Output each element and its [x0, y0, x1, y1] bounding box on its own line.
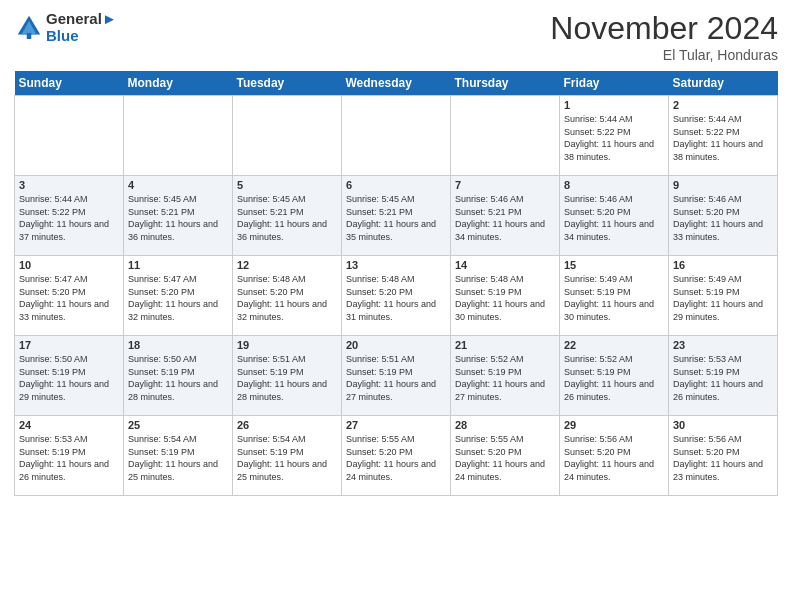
day-info: Sunrise: 5:48 AM Sunset: 5:19 PM Dayligh… [455, 273, 555, 323]
day-number: 20 [346, 339, 446, 351]
table-row: 3Sunrise: 5:44 AM Sunset: 5:22 PM Daylig… [15, 176, 124, 256]
table-row: 2Sunrise: 5:44 AM Sunset: 5:22 PM Daylig… [669, 96, 778, 176]
calendar-header: Sunday Monday Tuesday Wednesday Thursday… [15, 71, 778, 96]
table-row: 13Sunrise: 5:48 AM Sunset: 5:20 PM Dayli… [342, 256, 451, 336]
col-monday: Monday [124, 71, 233, 96]
day-info: Sunrise: 5:50 AM Sunset: 5:19 PM Dayligh… [19, 353, 119, 403]
col-sunday: Sunday [15, 71, 124, 96]
day-number: 19 [237, 339, 337, 351]
day-info: Sunrise: 5:53 AM Sunset: 5:19 PM Dayligh… [19, 433, 119, 483]
col-tuesday: Tuesday [233, 71, 342, 96]
logo-icon [14, 12, 44, 42]
table-row: 9Sunrise: 5:46 AM Sunset: 5:20 PM Daylig… [669, 176, 778, 256]
day-number: 11 [128, 259, 228, 271]
day-number: 2 [673, 99, 773, 111]
table-row: 22Sunrise: 5:52 AM Sunset: 5:19 PM Dayli… [560, 336, 669, 416]
day-number: 17 [19, 339, 119, 351]
calendar-table: Sunday Monday Tuesday Wednesday Thursday… [14, 71, 778, 496]
table-row: 18Sunrise: 5:50 AM Sunset: 5:19 PM Dayli… [124, 336, 233, 416]
table-row: 21Sunrise: 5:52 AM Sunset: 5:19 PM Dayli… [451, 336, 560, 416]
day-info: Sunrise: 5:49 AM Sunset: 5:19 PM Dayligh… [564, 273, 664, 323]
day-number: 23 [673, 339, 773, 351]
day-info: Sunrise: 5:50 AM Sunset: 5:19 PM Dayligh… [128, 353, 228, 403]
table-row: 15Sunrise: 5:49 AM Sunset: 5:19 PM Dayli… [560, 256, 669, 336]
day-number: 22 [564, 339, 664, 351]
day-number: 18 [128, 339, 228, 351]
day-number: 16 [673, 259, 773, 271]
table-row [15, 96, 124, 176]
day-info: Sunrise: 5:54 AM Sunset: 5:19 PM Dayligh… [237, 433, 337, 483]
table-row: 6Sunrise: 5:45 AM Sunset: 5:21 PM Daylig… [342, 176, 451, 256]
table-row [451, 96, 560, 176]
month-title: November 2024 [550, 10, 778, 47]
day-info: Sunrise: 5:52 AM Sunset: 5:19 PM Dayligh… [455, 353, 555, 403]
table-row: 17Sunrise: 5:50 AM Sunset: 5:19 PM Dayli… [15, 336, 124, 416]
day-info: Sunrise: 5:51 AM Sunset: 5:19 PM Dayligh… [346, 353, 446, 403]
day-info: Sunrise: 5:47 AM Sunset: 5:20 PM Dayligh… [128, 273, 228, 323]
logo-text: General► Blue [46, 10, 117, 44]
day-info: Sunrise: 5:46 AM Sunset: 5:20 PM Dayligh… [564, 193, 664, 243]
table-row [342, 96, 451, 176]
day-number: 4 [128, 179, 228, 191]
svg-rect-2 [27, 33, 32, 39]
day-info: Sunrise: 5:45 AM Sunset: 5:21 PM Dayligh… [237, 193, 337, 243]
day-number: 1 [564, 99, 664, 111]
col-wednesday: Wednesday [342, 71, 451, 96]
logo: General► Blue [14, 10, 117, 44]
table-row: 1Sunrise: 5:44 AM Sunset: 5:22 PM Daylig… [560, 96, 669, 176]
day-number: 24 [19, 419, 119, 431]
table-row: 11Sunrise: 5:47 AM Sunset: 5:20 PM Dayli… [124, 256, 233, 336]
table-row: 23Sunrise: 5:53 AM Sunset: 5:19 PM Dayli… [669, 336, 778, 416]
table-row: 16Sunrise: 5:49 AM Sunset: 5:19 PM Dayli… [669, 256, 778, 336]
day-info: Sunrise: 5:51 AM Sunset: 5:19 PM Dayligh… [237, 353, 337, 403]
day-info: Sunrise: 5:47 AM Sunset: 5:20 PM Dayligh… [19, 273, 119, 323]
day-number: 26 [237, 419, 337, 431]
day-info: Sunrise: 5:44 AM Sunset: 5:22 PM Dayligh… [564, 113, 664, 163]
col-thursday: Thursday [451, 71, 560, 96]
table-row: 19Sunrise: 5:51 AM Sunset: 5:19 PM Dayli… [233, 336, 342, 416]
table-row: 12Sunrise: 5:48 AM Sunset: 5:20 PM Dayli… [233, 256, 342, 336]
day-info: Sunrise: 5:52 AM Sunset: 5:19 PM Dayligh… [564, 353, 664, 403]
table-row: 10Sunrise: 5:47 AM Sunset: 5:20 PM Dayli… [15, 256, 124, 336]
day-number: 13 [346, 259, 446, 271]
day-number: 28 [455, 419, 555, 431]
table-row: 5Sunrise: 5:45 AM Sunset: 5:21 PM Daylig… [233, 176, 342, 256]
day-number: 12 [237, 259, 337, 271]
day-info: Sunrise: 5:53 AM Sunset: 5:19 PM Dayligh… [673, 353, 773, 403]
day-number: 5 [237, 179, 337, 191]
day-info: Sunrise: 5:46 AM Sunset: 5:21 PM Dayligh… [455, 193, 555, 243]
day-number: 6 [346, 179, 446, 191]
table-row: 7Sunrise: 5:46 AM Sunset: 5:21 PM Daylig… [451, 176, 560, 256]
col-friday: Friday [560, 71, 669, 96]
day-number: 10 [19, 259, 119, 271]
day-info: Sunrise: 5:44 AM Sunset: 5:22 PM Dayligh… [19, 193, 119, 243]
day-number: 15 [564, 259, 664, 271]
day-info: Sunrise: 5:45 AM Sunset: 5:21 PM Dayligh… [346, 193, 446, 243]
day-info: Sunrise: 5:55 AM Sunset: 5:20 PM Dayligh… [455, 433, 555, 483]
day-info: Sunrise: 5:54 AM Sunset: 5:19 PM Dayligh… [128, 433, 228, 483]
day-number: 29 [564, 419, 664, 431]
day-info: Sunrise: 5:48 AM Sunset: 5:20 PM Dayligh… [346, 273, 446, 323]
header: General► Blue November 2024 El Tular, Ho… [14, 10, 778, 63]
day-number: 9 [673, 179, 773, 191]
table-row: 4Sunrise: 5:45 AM Sunset: 5:21 PM Daylig… [124, 176, 233, 256]
day-number: 25 [128, 419, 228, 431]
page: General► Blue November 2024 El Tular, Ho… [0, 0, 792, 612]
table-row: 26Sunrise: 5:54 AM Sunset: 5:19 PM Dayli… [233, 416, 342, 496]
calendar-body: 1Sunrise: 5:44 AM Sunset: 5:22 PM Daylig… [15, 96, 778, 496]
day-number: 30 [673, 419, 773, 431]
title-section: November 2024 El Tular, Honduras [550, 10, 778, 63]
day-info: Sunrise: 5:56 AM Sunset: 5:20 PM Dayligh… [564, 433, 664, 483]
table-row: 20Sunrise: 5:51 AM Sunset: 5:19 PM Dayli… [342, 336, 451, 416]
day-info: Sunrise: 5:48 AM Sunset: 5:20 PM Dayligh… [237, 273, 337, 323]
day-info: Sunrise: 5:45 AM Sunset: 5:21 PM Dayligh… [128, 193, 228, 243]
table-row: 24Sunrise: 5:53 AM Sunset: 5:19 PM Dayli… [15, 416, 124, 496]
table-row: 27Sunrise: 5:55 AM Sunset: 5:20 PM Dayli… [342, 416, 451, 496]
table-row: 29Sunrise: 5:56 AM Sunset: 5:20 PM Dayli… [560, 416, 669, 496]
table-row: 30Sunrise: 5:56 AM Sunset: 5:20 PM Dayli… [669, 416, 778, 496]
day-number: 21 [455, 339, 555, 351]
location-subtitle: El Tular, Honduras [550, 47, 778, 63]
table-row [124, 96, 233, 176]
col-saturday: Saturday [669, 71, 778, 96]
day-info: Sunrise: 5:49 AM Sunset: 5:19 PM Dayligh… [673, 273, 773, 323]
